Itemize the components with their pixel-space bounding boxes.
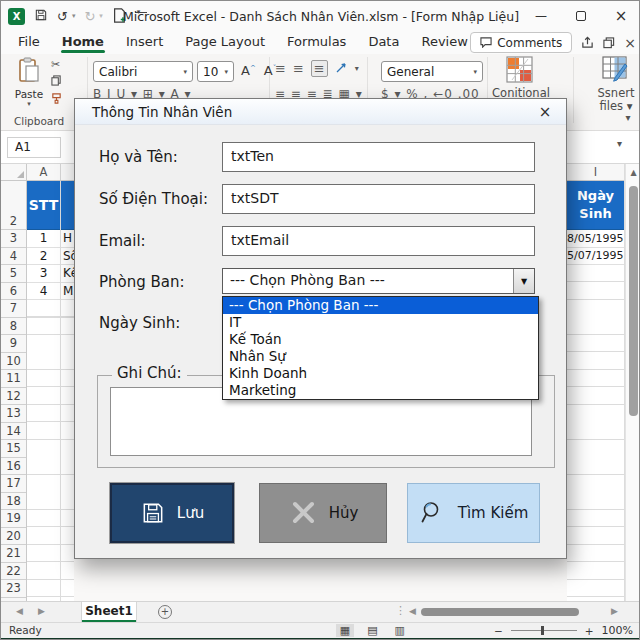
close-window-button[interactable]: × <box>601 1 640 31</box>
save-icon[interactable] <box>34 8 48 24</box>
row-header[interactable]: 3 <box>1 230 26 248</box>
dialog-close-icon[interactable]: × <box>535 102 555 122</box>
vertical-scrollbar-thumb[interactable] <box>629 186 638 416</box>
row-header[interactable]: 12 <box>1 388 26 406</box>
row-header[interactable]: 20 <box>1 528 26 546</box>
zoom-in-icon[interactable]: + <box>585 625 594 637</box>
ngay-sinh-header-cell[interactable]: Ngày Sinh <box>567 181 624 230</box>
row-header[interactable]: 22 <box>1 563 26 581</box>
quick-access-toolbar-icon[interactable] <box>135 12 147 20</box>
input-so-dien-thoai[interactable]: txtSDT <box>222 184 535 214</box>
format-painter-icon[interactable] <box>51 93 62 106</box>
sheet-bar-dots-icon[interactable]: ⋮ <box>395 604 406 617</box>
copy-icon[interactable] <box>51 75 62 88</box>
row-header[interactable]: 10 <box>1 353 26 371</box>
dropdown-option[interactable]: Kinh Doanh <box>223 365 538 382</box>
font-size-combo[interactable]: 10▾ <box>197 61 234 82</box>
number-format-combo[interactable]: General▾ <box>381 61 483 82</box>
vertical-align-buttons[interactable]: ≡ ≡ ≡ ▾ <box>275 60 359 77</box>
row-header-2[interactable]: 2 <box>1 181 26 230</box>
row-header[interactable]: 17 <box>1 475 26 493</box>
row-header[interactable]: 4 <box>1 248 26 266</box>
row-header[interactable]: 6 <box>1 283 26 301</box>
name-cell[interactable]: Số <box>61 248 74 266</box>
tab-page-layout[interactable]: Page Layout <box>174 32 276 53</box>
dropdown-option[interactable]: Nhân Sự <box>223 348 538 365</box>
input-email[interactable]: txtEmail <box>222 226 535 256</box>
increase-font-icon[interactable]: A^ <box>241 63 256 78</box>
stt-header-cell[interactable]: STT <box>27 181 60 230</box>
row-header[interactable]: 16 <box>1 458 26 476</box>
scroll-up-icon[interactable]: ▲ <box>626 168 640 177</box>
name-header-cell[interactable] <box>61 181 74 230</box>
row-header[interactable]: 23 <box>1 580 26 598</box>
orientation-icon[interactable] <box>335 61 348 77</box>
row-header[interactable]: 9 <box>1 335 26 353</box>
insert-table-icon[interactable] <box>602 56 629 87</box>
dropdown-option[interactable]: IT <box>223 314 538 331</box>
stt-cell[interactable]: 2 <box>27 248 60 266</box>
row-header[interactable]: 7 <box>1 300 26 318</box>
cut-icon[interactable]: ✂ <box>51 59 60 70</box>
name-cell[interactable]: H <box>61 230 74 248</box>
undo-chevron-icon[interactable]: ▾ <box>72 12 76 20</box>
maximize-button[interactable] <box>561 1 601 31</box>
horizontal-scrollbar-thumb[interactable] <box>421 608 579 616</box>
tab-file[interactable]: File <box>7 32 51 53</box>
dropdown-option[interactable]: --- Chọn Phòng Ban --- <box>223 297 538 314</box>
zoom-slider[interactable] <box>511 630 577 631</box>
share-icon[interactable] <box>581 36 594 49</box>
name-cell[interactable]: Kế <box>61 265 74 283</box>
tab-formulas[interactable]: Formulas <box>276 32 357 53</box>
column-header-i[interactable]: I <box>567 164 624 181</box>
phong-ban-combo[interactable]: --- Chọn Phòng Ban --- ▼ <box>222 268 535 294</box>
comments-button[interactable]: Comments <box>470 32 572 53</box>
redo-chevron-icon[interactable]: ▾ <box>99 12 103 20</box>
sheet-next-icon[interactable]: ▶ <box>38 606 45 616</box>
date-cell[interactable]: 8/05/1995 <box>567 230 624 248</box>
row-header[interactable]: 5 <box>1 265 26 283</box>
align-top-icon[interactable]: ≡ <box>275 61 286 76</box>
stt-cell[interactable]: 3 <box>27 265 60 283</box>
zoom-out-icon[interactable]: − <box>494 625 503 637</box>
vertical-scrollbar[interactable]: ▲ <box>625 164 640 601</box>
paste-button[interactable]: Paste ▾ <box>9 57 49 108</box>
font-size-buttons[interactable]: A^ Aˇ <box>241 63 276 78</box>
add-sheet-icon[interactable]: + <box>158 605 172 619</box>
name-box[interactable]: A1 <box>7 137 61 158</box>
input-ho-va-ten[interactable]: txtTen <box>222 142 535 172</box>
row-header[interactable]: 13 <box>1 405 26 423</box>
redo-icon[interactable]: ↻ <box>84 10 95 23</box>
conditional-formatting-icon[interactable] <box>506 56 533 87</box>
stt-cell[interactable]: 1 <box>27 230 60 248</box>
row-header[interactable]: 11 <box>1 370 26 388</box>
view-normal-icon[interactable]: ▦ <box>336 624 354 637</box>
minimize-button[interactable]: — <box>521 1 561 31</box>
row-header[interactable]: 19 <box>1 510 26 528</box>
empty-cells-i[interactable] <box>567 265 624 601</box>
row-header[interactable]: 14 <box>1 423 26 441</box>
date-cell[interactable]: 5/07/1995 <box>567 248 624 266</box>
save-button[interactable]: Lưu <box>110 483 234 543</box>
sheet-prev-icon[interactable]: ◀ <box>16 606 23 616</box>
sheet-tab-sheet1[interactable]: Sheet1 <box>81 602 137 622</box>
row-header[interactable]: 15 <box>1 440 26 458</box>
stt-cell[interactable]: 4 <box>27 283 60 301</box>
tab-home[interactable]: Home <box>51 32 115 53</box>
empty-cells-a[interactable] <box>27 300 60 601</box>
view-page-layout-icon[interactable]: ▤ <box>363 624 381 637</box>
tab-review[interactable]: Review <box>410 32 478 53</box>
column-header-b[interactable] <box>61 164 74 180</box>
dropdown-option[interactable]: Kế Toán <box>223 331 538 348</box>
name-cell[interactable]: M <box>61 283 74 301</box>
zoom-level[interactable]: 100% <box>602 624 633 637</box>
dropdown-option[interactable]: Marketing <box>223 382 538 399</box>
cancel-button[interactable]: Hủy <box>259 483 387 543</box>
new-file-icon[interactable] <box>112 8 126 25</box>
empty-cells-b[interactable] <box>61 300 74 601</box>
restore-window-icon[interactable] <box>603 37 615 49</box>
align-bottom-icon[interactable]: ≡ <box>311 60 328 77</box>
row-header[interactable]: 8 <box>1 318 26 336</box>
search-button[interactable]: Tìm Kiếm <box>407 483 540 543</box>
insert-label-top[interactable]: Ssnert <box>587 86 640 100</box>
